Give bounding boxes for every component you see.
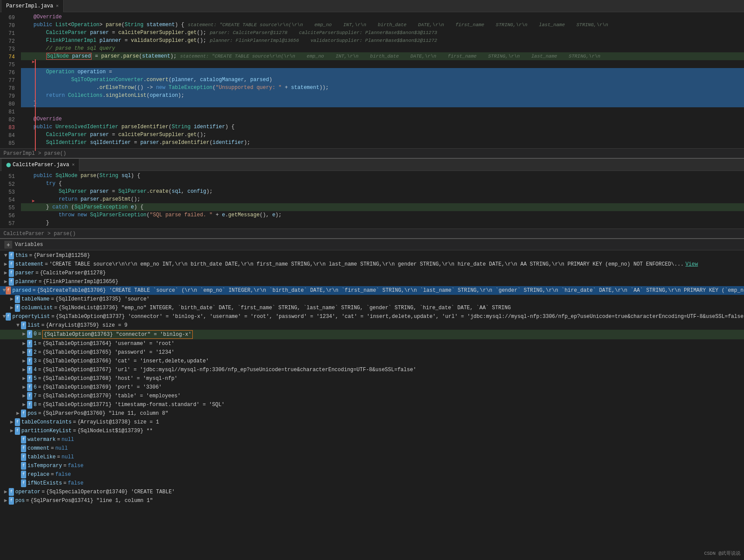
var-row-columnlist[interactable]: ▶ f columnList = {SqlNodeList@13736} "em… bbox=[0, 304, 744, 312]
var-row-5-host[interactable]: ▶ f 5 = {SqlTableOption@13768} 'host' = … bbox=[0, 374, 744, 383]
var-row-parsed[interactable]: ▼ f parsed = {SqlCreateTable@13706} 'CRE… bbox=[0, 286, 744, 295]
top-editor-section: ParserImpl.java × ➤ 69 70● 71 72 73 74 7… bbox=[0, 0, 744, 158]
code-lines1: @Override public List<Operation> parse(S… bbox=[18, 13, 744, 147]
code-line-74: SqlNode parsed = parser.parse(statement)… bbox=[21, 52, 744, 60]
bottom-right-badge: CSDN @武哥说说 bbox=[704, 550, 741, 557]
code-line-57: } bbox=[21, 219, 744, 227]
code-line-52: try { bbox=[21, 180, 744, 188]
code-line-81 bbox=[21, 107, 744, 115]
var-row-tableconstraints[interactable]: ▶ f tableConstraints = {ArrayList@13738}… bbox=[0, 418, 744, 427]
code-line-55: } catch (SqlParseException e) { bbox=[21, 203, 744, 211]
code-line-79: return Collections.singletonList(operati… bbox=[21, 92, 744, 99]
breadcrumb2-file: CalciteParser > parse() bbox=[3, 231, 76, 237]
code-line-75 bbox=[21, 60, 744, 68]
var-row-watermark[interactable]: ▶ f watermark = null bbox=[0, 435, 744, 444]
code-line-71: CalciteParser parser = calciteParserSupp… bbox=[21, 29, 744, 37]
var-row-7-table[interactable]: ▶ f 7 = {SqlTableOption@13770} 'table' =… bbox=[0, 392, 744, 400]
editor1: ➤ 69 70● 71 72 73 74 75 76 77 78 79 80 8… bbox=[0, 12, 744, 158]
var-row-istemporary[interactable]: ▶ f isTemporary = false bbox=[0, 461, 744, 470]
editor2: ➤ 51 52 53 54 55 56 57 public SqlNode pa… bbox=[0, 171, 744, 238]
var-row-planner[interactable]: ▶ f planner = {FlinkPlannerImpl@13656} bbox=[0, 277, 744, 286]
second-editor-section: ⬤ CalciteParser.java × ➤ 51 52 53 54 55 … bbox=[0, 158, 744, 238]
tab-close-parserimpl[interactable]: × bbox=[56, 3, 59, 9]
var-row-0-connector[interactable]: ▶ f 0 = {SqlTableOption@13763} "connecto… bbox=[0, 330, 744, 339]
var-row-this[interactable]: ▼ f this = {ParserImpl@11258} bbox=[0, 251, 744, 260]
var-row-comment[interactable]: ▶ f comment = null bbox=[0, 444, 744, 453]
var-row-6-port[interactable]: ▶ f 6 = {SqlTableOption@13769} 'port' = … bbox=[0, 383, 744, 392]
variables-pane: ▼ f this = {ParserImpl@11258} ▶ f statem… bbox=[0, 250, 744, 506]
tab-calciteparser[interactable]: ⬤ CalciteParser.java × bbox=[2, 159, 79, 171]
var-row-pos-outer[interactable]: ▶ f pos = {SqlParserPos@13741} "line 1, … bbox=[0, 496, 744, 505]
var-tree: ▼ f this = {ParserImpl@11258} ▶ f statem… bbox=[0, 250, 744, 506]
var-row-8-timestamp[interactable]: ▶ f 8 = {SqlTableOption@13771} 'timestam… bbox=[0, 400, 744, 409]
var-row-list[interactable]: ▼ f list = {ArrayList@13759} size = 9 bbox=[0, 321, 744, 330]
code-line-51: public SqlNode parse(String sql) { bbox=[21, 172, 744, 180]
code-line-84: CalciteParser parser = calciteParserSupp… bbox=[21, 131, 744, 139]
var-row-parser[interactable]: ▶ f parser = {CalciteParser@11278} bbox=[0, 269, 744, 277]
code-line-72: FlinkPlannerImpl planner = validatorSupp… bbox=[21, 37, 744, 44]
tab-label-calciteparser: CalciteParser.java bbox=[13, 162, 69, 168]
tab-parserimpl[interactable]: ParserImpl.java × bbox=[2, 0, 64, 12]
tab-label-parserimpl: ParserImpl.java bbox=[6, 3, 53, 9]
tab-close-calciteparser[interactable]: × bbox=[72, 162, 75, 167]
code-line-54: return parser.parseStmt(); bbox=[21, 195, 744, 203]
var-row-replace[interactable]: ▶ f replace = false bbox=[0, 470, 744, 479]
var-row-propertylist[interactable]: ▼ f propertyList = {SqlTableOption@13737… bbox=[0, 312, 744, 321]
var-row-tablename[interactable]: ▶ f tableName = {SqlIdentifier@13735} 's… bbox=[0, 295, 744, 304]
var-row-ifnotexists[interactable]: ▶ f ifNotExists = false bbox=[0, 479, 744, 488]
code-lines2: public SqlNode parse(String sql) { try {… bbox=[18, 172, 744, 228]
var-row-2-password[interactable]: ▶ f 2 = {SqlTableOption@13765} 'password… bbox=[0, 348, 744, 357]
code-line-85: SqlIdentifier sqlIdentifier = parser.par… bbox=[21, 139, 744, 147]
var-row-operator[interactable]: ▶ f operator = {SqlSpecialOperator@13740… bbox=[0, 488, 744, 496]
breadcrumb1: ParserImpl > parse() bbox=[0, 148, 744, 158]
code-line-73: // parse the sql query bbox=[21, 44, 744, 52]
var-row-tablelike[interactable]: ▶ f tableLike = null bbox=[0, 453, 744, 461]
code-line-56: throw new SqlParserException("SQL parse … bbox=[21, 211, 744, 219]
code-line-70: public List<Operation> parse(String stat… bbox=[21, 21, 744, 29]
var-row-statement[interactable]: ▶ f statement = 'CREATE TABLE source\r\n… bbox=[0, 260, 744, 269]
top-tab-bar: ParserImpl.java × bbox=[0, 0, 744, 12]
code-line-77: SqlToOperationConverter.convert(planner,… bbox=[21, 76, 744, 84]
var-row-pos-prop[interactable]: ▶ f pos = {SqlParserPos@13760} "line 11,… bbox=[0, 409, 744, 418]
add-variable-button[interactable]: + bbox=[4, 241, 12, 249]
code-line-78: .orElseThrow(() -> new TableException("U… bbox=[21, 84, 744, 92]
var-row-3-cat[interactable]: ▶ f 3 = {SqlTableOption@13766} 'cat' = '… bbox=[0, 357, 744, 365]
code-line-53: SqlParser parser = SqlParser.create(sql,… bbox=[21, 188, 744, 195]
var-row-4-url[interactable]: ▶ f 4 = {SqlTableOption@13767} 'url' = '… bbox=[0, 365, 744, 374]
var-row-1-username[interactable]: ▶ f 1 = {SqlTableOption@13764} 'username… bbox=[0, 339, 744, 348]
code-line-76: Operation operation = bbox=[21, 68, 744, 76]
bottom-tab-bar: ⬤ CalciteParser.java × bbox=[0, 159, 744, 171]
var-row-partitionkeylist[interactable]: ▶ f partitionKeyList = {SqlNodeList$1@13… bbox=[0, 427, 744, 435]
code-line-69: @Override bbox=[21, 13, 744, 21]
gutter1: 69 70● 71 72 73 74 75 76 77 78 79 80 81 … bbox=[0, 13, 18, 147]
gutter2: 51 52 53 54 55 56 57 bbox=[0, 172, 18, 228]
code-line-83: public UnresolvedIdentifier parseIdentif… bbox=[21, 123, 744, 131]
code-line-80: } bbox=[21, 99, 744, 107]
variables-section: + Variables ▼ f this = {ParserImpl@11258… bbox=[0, 238, 744, 506]
code-line-82: @Override bbox=[21, 115, 744, 123]
breadcrumb2: CalciteParser > parse() bbox=[0, 229, 744, 238]
breadcrumb1-file: ParserImpl > parse() bbox=[3, 150, 66, 157]
variables-header: + Variables bbox=[0, 239, 744, 250]
variables-title: Variables bbox=[15, 242, 43, 248]
